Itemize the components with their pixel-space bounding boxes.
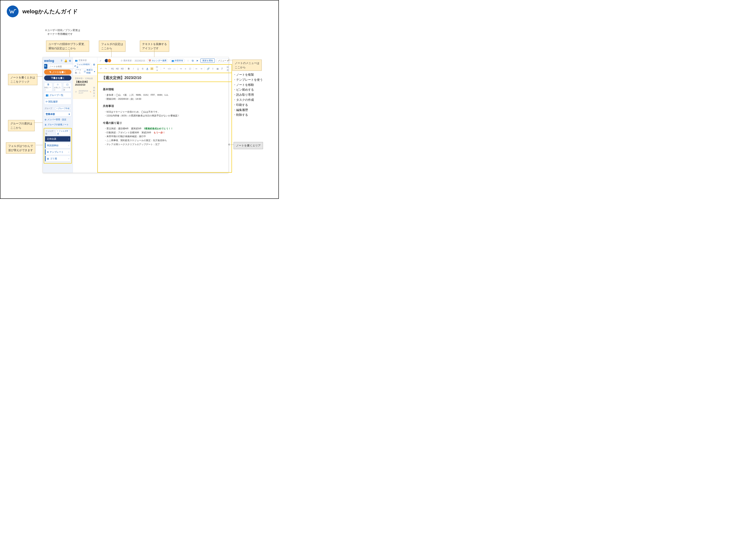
sidebar-favorites[interactable]: ☆ お気に入り <box>54 83 62 92</box>
gear-icon: ⚙ <box>44 118 46 121</box>
app-window: welog ? 🔔 ⚙ 🔍 ✎ ノートを書く 下書きを書く 🗎 新着ノート <box>43 57 229 173</box>
editor-toolbar: ↶ ↷ H1 H2 H3 B I U S A A 中▾ ❝ </> — ≔ <box>98 64 232 73</box>
trash-icon: 🗑 <box>47 157 49 160</box>
clock-icon: ⏱ <box>75 91 77 93</box>
note-count: ノート数：1 <box>75 68 84 74</box>
note-list-panel: 👥 営業本部 定例会議 ⇄ フォルダ外部共有 ⚙ ノート数：1 ☑ 更新日時順 … <box>73 57 98 173</box>
callout-text-decor: テキストを装飾する アイコンです <box>140 40 169 52</box>
copy-icon[interactable]: ⧉ <box>191 59 194 62</box>
welog-logo-icon <box>7 6 19 17</box>
strike-button[interactable]: S <box>141 67 144 70</box>
write-draft-button[interactable]: 下書きを書く <box>44 75 71 81</box>
notify-update-button[interactable]: 更新を通知 <box>200 58 215 63</box>
check-icon: ☑ <box>84 70 86 73</box>
align-button[interactable]: 中▾ <box>155 65 159 72</box>
underline-button[interactable]: U <box>136 67 139 70</box>
clock-icon: ⟳ <box>46 100 47 103</box>
list-item: 参加者：◯山、×浦、△川、NNN、UUU、FFF、HHH、LLL <box>104 93 227 97</box>
chevron-right-icon: › <box>68 138 69 140</box>
toc-button[interactable]: 目次 <box>225 65 230 72</box>
search-icon[interactable]: 🔍 <box>44 64 47 69</box>
sidebar-history[interactable]: ⟳ 閲覧履歴 <box>44 99 71 105</box>
create-group-button[interactable]: + グループ作成 <box>55 107 71 110</box>
upload-button[interactable]: ⇪ <box>211 67 214 70</box>
note-list-item[interactable]: 営業本部／ 定例会議 【週次定例】2023/2/10 ⏱ 2023/02/15 … <box>73 75 97 99</box>
undo-icon[interactable]: ↶ <box>100 67 103 70</box>
sort-selector[interactable]: ☑ 更新日時順 ▾ <box>84 68 95 74</box>
link-button[interactable]: 🔗 <box>206 67 210 70</box>
section-heading: 今週の振り返り <box>103 121 227 125</box>
sidebar-tasks[interactable]: ◻ タスク管理 <box>63 83 71 92</box>
create-folder-button[interactable]: + フォルダ作成 <box>55 129 70 136</box>
sidebar-group-list[interactable]: 👥 グループ一覧 <box>44 92 71 98</box>
note-menu-button[interactable]: メニュー ▾ <box>217 58 230 63</box>
indent-button[interactable]: ⇥ <box>200 67 203 70</box>
chevron-down-icon: ▾ <box>227 60 228 62</box>
send-icon[interactable]: ➤ <box>196 59 199 62</box>
calendar-link-button[interactable]: 📅 カレンダー連携 <box>147 59 168 62</box>
bullet-list-button[interactable]: ≔ <box>179 67 182 70</box>
group-new-notes-link[interactable]: 🗎 グループの新着ノート <box>44 122 71 127</box>
clock-icon: ⏱ <box>121 60 123 62</box>
bookmark-icon: ◻ <box>66 83 69 86</box>
sidebar-logo: welog <box>44 59 54 63</box>
check-list-button[interactable]: ☑ <box>189 67 192 70</box>
document-icon: 🗎 <box>44 123 47 126</box>
folder-item[interactable]: 商談議事録› <box>45 143 71 148</box>
callout-folder-drag: フォルダはつかんで 並び替えができます <box>6 142 35 154</box>
redo-icon[interactable]: ↷ <box>104 67 107 70</box>
folder-settings-icon[interactable]: ⚙ <box>93 63 96 66</box>
group-selector[interactable]: 営業本部 ▾ <box>44 112 71 116</box>
callout-group-select: グループの選択は ここから <box>8 120 34 131</box>
text-color-button[interactable]: A <box>146 67 149 70</box>
chevron-down-icon: ▾ <box>94 70 95 73</box>
list-item: △△商事様、契約延長スケジュールの策定：先方返信待ち <box>104 138 227 142</box>
gear-icon[interactable]: ⚙ <box>68 59 71 62</box>
bell-icon[interactable]: 🔔 <box>64 59 67 62</box>
group-caption: グループ <box>44 107 52 110</box>
sidebar-new-notes[interactable]: 🗎 新着ノート <box>44 83 52 92</box>
menu-item: 編集履歴 <box>233 108 263 113</box>
external-share-button[interactable]: 👥 外部共有 <box>170 59 185 62</box>
star-icon[interactable]: ☆ <box>186 59 189 62</box>
folder-external-share-button[interactable]: ⇄ フォルダ外部共有 <box>73 63 91 69</box>
highlight-button[interactable]: A <box>150 67 153 70</box>
callout-write-note: ノートを書くときは ここをクリック <box>8 74 37 85</box>
outdent-button[interactable]: ⇤ <box>195 67 198 70</box>
folder-item[interactable]: 🗑 ゴミ箱› <box>45 156 71 161</box>
sidebar: welog ? 🔔 ⚙ 🔍 ✎ ノートを書く 下書きを書く 🗎 新着ノート <box>43 57 73 173</box>
code-button[interactable]: </> <box>167 67 171 70</box>
note-content[interactable]: 基本情報 参加者：◯山、×浦、△川、NNN、UUU、FFF、HHH、LLL 開催… <box>98 82 232 149</box>
callout-note-menu: ノートのメニューは ここから <box>232 60 262 71</box>
note-title[interactable]: 【週次定例】2023/2/10 <box>102 75 228 80</box>
calendar-icon: 📅 <box>149 60 151 62</box>
page-title: welogかんたんガイド <box>22 8 78 15</box>
pencil-icon: ✎ <box>90 91 92 93</box>
write-note-button[interactable]: ✎ ノートを書く <box>44 69 71 75</box>
callout-note-area: ノートを書くエリア <box>234 142 263 149</box>
people-icon: 👥 <box>75 59 78 62</box>
h2-button[interactable]: H2 <box>115 67 119 70</box>
callout-folder-settings: フォルダの設定は ここから <box>99 40 125 52</box>
hr-button[interactable]: — <box>173 67 176 70</box>
menu-item: ノートを移動 <box>233 82 263 88</box>
folder-item[interactable]: ≣ テンプレート› <box>45 149 71 155</box>
last-updated: ⏱ 最終更新： 2023/02/15 <box>121 59 145 62</box>
h1-button[interactable]: H1 <box>111 67 114 70</box>
folder-item[interactable]: 定例会議› <box>45 136 71 142</box>
member-settings-link[interactable]: ⚙ メンバー管理・設定 <box>44 117 71 122</box>
help-icon[interactable]: ? <box>60 59 63 62</box>
document-icon: 🗎 <box>47 83 50 86</box>
quote-button[interactable]: ❝ <box>163 67 166 70</box>
table-button[interactable]: ▦ <box>216 67 219 70</box>
expand-icon[interactable]: ⤢ <box>100 59 102 62</box>
clear-format-button[interactable]: T̸ <box>221 67 224 70</box>
section-heading: 基本情報 <box>103 87 227 92</box>
bold-button[interactable]: B <box>127 67 130 70</box>
number-list-button[interactable]: ≡ <box>184 67 187 70</box>
h3-button[interactable]: H3 <box>120 67 124 70</box>
chevron-right-icon: › <box>68 157 69 160</box>
italic-button[interactable]: I <box>132 67 135 70</box>
callout-settings: ユーザーの招待やプラン変更、 通知の設定はここから <box>46 40 89 52</box>
menu-item: ノートを複製 <box>233 72 263 77</box>
